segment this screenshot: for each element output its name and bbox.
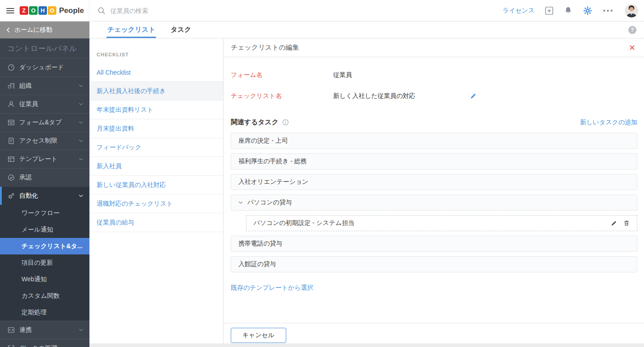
sidebar-item[interactable]: ダッシュボード [0, 58, 89, 76]
checklist-list-panel: CHECKLIST All Checklist新入社員入社後の手続き年末提出資料… [89, 38, 224, 347]
checklist-list-item[interactable]: 新入社員入社後の手続き [89, 82, 223, 101]
sidebar-item[interactable]: 自動化 [0, 186, 89, 205]
sidebar-subitem[interactable]: Web通知 [0, 271, 89, 288]
checklist-list-item[interactable]: フィードバック [89, 138, 223, 157]
chevron-down-icon [79, 158, 83, 161]
sidebar-item-label: テンプレート [19, 155, 74, 163]
integration-icon [7, 326, 15, 334]
sidebar-item[interactable]: 組織 [0, 76, 89, 95]
cancel-button[interactable]: キャンセル [231, 328, 286, 343]
checklist-name-label: チェックリスト名 [231, 92, 333, 100]
sidebar-subitem[interactable]: カスタム関数 [0, 288, 89, 304]
sidebar-item-label: 組織 [19, 82, 74, 90]
checklist-list-item[interactable]: 月末提出資料 [89, 119, 223, 138]
chevron-down-icon [79, 85, 83, 87]
subtask-row[interactable]: パソコンの初期設定 - システム担当 [246, 215, 637, 231]
bottom-edge-strip [89, 343, 644, 347]
sidebar-item-label: 従業員 [19, 100, 74, 108]
add-new-icon[interactable] [545, 7, 553, 15]
topbar-actions: ライセンス ••• [503, 0, 644, 21]
logo-letter: Z [20, 6, 28, 15]
checklist-list-item[interactable]: 退職対応のチェックリスト [89, 195, 223, 213]
sidebar-item[interactable]: 連携 [0, 321, 89, 339]
related-task-list: 座席の決定 - 上司福利厚生の手続き - 総務入社オリエンテーションパソコンの貸… [231, 133, 637, 272]
search-icon [97, 7, 106, 15]
task-row[interactable]: 福利厚生の手続き - 総務 [231, 153, 637, 169]
task-row[interactable]: 座席の決定 - 上司 [231, 133, 637, 149]
edit-pencil-icon[interactable] [611, 220, 617, 226]
chevron-down-icon[interactable] [238, 201, 243, 204]
chevron-down-icon [79, 121, 83, 124]
template-icon [7, 156, 15, 163]
close-icon[interactable]: ✕ [629, 44, 636, 52]
user-avatar[interactable] [625, 4, 638, 17]
top-bar: ZOHO People ライセンス [0, 0, 644, 21]
product-name: People [59, 6, 84, 15]
info-icon [282, 119, 289, 126]
zoho-people-logo[interactable]: ZOHO People [20, 6, 84, 15]
data-management-icon [7, 345, 15, 347]
add-new-task-link[interactable]: 新しいタスクの追加 [580, 118, 637, 127]
checklist-list-item[interactable]: All Checklist [89, 63, 223, 82]
task-row[interactable]: パソコンの貸与 [231, 195, 637, 211]
sidebar-subitem[interactable]: 項目の更新 [0, 254, 89, 271]
approval-icon [7, 174, 15, 181]
sidebar-subitem[interactable]: ワークフロー [0, 205, 89, 221]
tab-checklist[interactable]: チェックリスト [107, 21, 155, 38]
sidebar-subitem[interactable]: メール通知 [0, 221, 89, 238]
sidebar-subitem[interactable]: チェックリスト&タ... [0, 238, 89, 254]
logo-letter: O [48, 6, 56, 15]
control-panel-sidebar: ホームに移動 コントロールパネル ダッシュボード組織従業員フォーム&タブアクセス… [0, 21, 89, 347]
form-name-field: フォーム名 従業員 [231, 64, 637, 85]
edit-pencil-icon[interactable] [470, 93, 476, 99]
editor-title: チェックリストの編集 [231, 43, 299, 52]
search-input[interactable] [110, 7, 254, 14]
task-label: パソコンの貸与 [247, 199, 292, 207]
chevron-left-icon [6, 27, 10, 33]
tab-task[interactable]: タスク [170, 21, 191, 38]
sidebar-item[interactable]: 承認 [0, 168, 89, 186]
chevron-down-icon [79, 103, 83, 106]
checklist-list-item[interactable]: 新入社員 [89, 157, 223, 176]
sidebar-item[interactable]: フォーム&タブ [0, 113, 89, 131]
sidebar-item-label: ダッシュボード [19, 63, 83, 72]
dashboard-icon [7, 64, 15, 71]
task-row[interactable]: 入社オリエンテーション [231, 174, 637, 190]
task-row[interactable]: 入館証の貸与 [231, 256, 637, 272]
sidebar-nav: ダッシュボード組織従業員フォーム&タブアクセス制限テンプレート承認自動化ワークフ… [0, 58, 89, 347]
sidebar-subitem[interactable]: 定期処理 [0, 304, 89, 321]
license-link[interactable]: ライセンス [503, 7, 535, 15]
tab-bar: チェックリスト タスク ? [89, 21, 644, 38]
task-label: 携帯電話の貸与 [238, 240, 282, 248]
employee-icon [7, 101, 15, 108]
task-label: 入館証の貸与 [238, 260, 276, 268]
checklist-list-item[interactable]: 年末提出資料リスト [89, 101, 223, 119]
checklist-list-item[interactable]: 従業員の給与 [89, 213, 223, 232]
more-options-icon[interactable]: ••• [603, 7, 614, 14]
task-row[interactable]: 携帯電話の貸与 [231, 236, 637, 252]
task-label: 入社オリエンテーション [238, 178, 309, 186]
back-to-home-label: ホームに移動 [14, 26, 52, 34]
hamburger-menu-icon[interactable] [6, 7, 14, 15]
settings-gear-icon[interactable] [583, 6, 592, 15]
organization-icon [7, 82, 15, 89]
sidebar-item[interactable]: データの管理 [0, 339, 89, 347]
sidebar-item[interactable]: テンプレート [0, 150, 89, 168]
logo-letter: O [29, 6, 38, 15]
sidebar-item-label: 承認 [19, 174, 83, 182]
panel-title: コントロールパネル [0, 38, 89, 58]
sidebar-item-label: 連携 [19, 326, 74, 334]
checklist-editor-panel: チェックリストの編集 ✕ フォーム名 従業員 チェックリスト名 新しく入社した従… [224, 38, 644, 347]
choose-from-template-link[interactable]: 既存のテンプレートから選択 [231, 284, 314, 292]
checklist-list-item[interactable]: 新しい従業員の入社対応 [89, 176, 223, 195]
sidebar-item-label: アクセス制限 [19, 137, 74, 145]
access-restriction-icon [7, 137, 15, 144]
delete-trash-icon[interactable] [623, 220, 630, 226]
notifications-bell-icon[interactable] [564, 6, 572, 15]
sidebar-item[interactable]: アクセス制限 [0, 131, 89, 150]
back-to-home[interactable]: ホームに移動 [0, 21, 89, 38]
sidebar-item[interactable]: 従業員 [0, 95, 89, 113]
task-label: 座席の決定 - 上司 [238, 137, 288, 145]
help-icon[interactable]: ? [628, 26, 636, 34]
logo-letter: H [38, 6, 47, 15]
